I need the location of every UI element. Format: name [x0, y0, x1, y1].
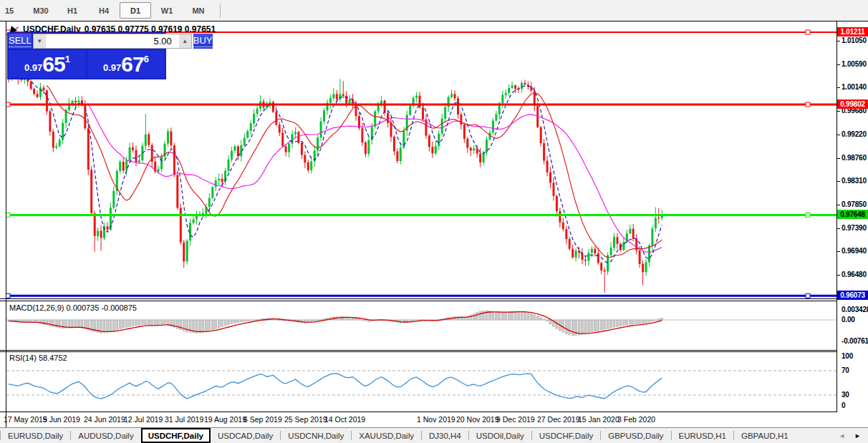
tab-dj30-h4[interactable]: DJ30,H4 — [422, 428, 468, 443]
tab-scroll-left-icon[interactable]: ◄ — [839, 432, 845, 439]
tab-usdcad-daily[interactable]: USDCAD,Daily — [211, 428, 280, 443]
date-tick-label: 3 Feb 2020 — [617, 415, 655, 424]
volume-increase-button[interactable]: ▲ — [179, 34, 191, 48]
axis-tick-mark — [837, 205, 840, 205]
axis-tick-mark — [837, 275, 840, 276]
tab-audusd-daily[interactable]: AUDUSD,Daily — [71, 428, 140, 443]
rsi-tick-label: 0 — [842, 401, 845, 409]
macd-tick-label: 0.003428 — [842, 306, 868, 313]
tab-eurusd-daily[interactable]: EURUSD,Daily — [1, 428, 70, 443]
macd-indicator-label: MACD(12,26,9) 0.000735 -0.000875 — [9, 303, 137, 312]
timeframe-button-w1[interactable]: W1 — [151, 2, 183, 19]
price-level-badge: 0.99802 — [837, 99, 868, 109]
timeframe-toolbar: 15M30H1H4D1W1MN — [0, 0, 868, 21]
price-tick-label: 0.97850 — [842, 200, 867, 208]
one-click-trading-panel: SELL ▼ ▲ BUY 0.97 65 1 0.97 — [7, 32, 166, 79]
date-tick-label: 5 Jun 2019 — [43, 415, 80, 424]
price-level-badge: 1.01211 — [837, 27, 868, 36]
date-tick-label: 17 May 2019 — [4, 415, 47, 424]
price-tick-label: 1.00590 — [842, 60, 867, 68]
tab-scroll-right-icon[interactable]: ► — [854, 432, 861, 439]
tab-usdcnh-daily[interactable]: USDCNH,Daily — [281, 428, 351, 443]
timeframe-button-d1[interactable]: D1 — [120, 2, 151, 19]
timeframe-button-h1[interactable]: H1 — [57, 2, 88, 19]
tab-gbpaud-h1[interactable]: GBPAUD,H1 — [734, 428, 796, 443]
sell-price-prefix: 0.97 — [24, 62, 42, 73]
timeframe-button-mn[interactable]: MN — [183, 2, 214, 19]
price-tick-label: 0.98760 — [842, 154, 867, 162]
date-tick-label: 9 Dec 2019 — [496, 415, 535, 424]
date-tick-label: 24 Jun 2019 — [84, 415, 125, 424]
sell-price-box[interactable]: 0.97 65 1 — [9, 50, 86, 78]
tab-gbpusd-daily[interactable]: GBPUSD,Daily — [601, 428, 670, 443]
price-tick-label: 0.96480 — [842, 271, 867, 278]
rsi-tick-label: 30 — [842, 391, 849, 399]
price-level-badge: 0.97648 — [837, 210, 868, 219]
price-axis[interactable]: 1.010501.005901.001400.996800.992200.987… — [837, 21, 868, 428]
sell-button[interactable]: SELL — [9, 34, 32, 49]
sell-price-big: 65 — [42, 54, 64, 75]
date-tick-label: 27 Dec 2019 — [537, 415, 580, 424]
tab-usdoil-daily[interactable]: USDOil,Daily — [469, 428, 531, 443]
price-tick-label: 1.00140 — [842, 83, 867, 91]
volume-stepper: ▼ ▲ — [33, 34, 192, 49]
rsi-pane[interactable] — [6, 352, 836, 412]
tab-eurusd-h1[interactable]: EURUSD,H1 — [672, 428, 733, 443]
buy-price-big: 67 — [121, 54, 143, 75]
axis-tick-mark — [837, 87, 840, 88]
axis-tick-mark — [837, 181, 840, 182]
tab-usdchf-daily[interactable]: USDCHF,Daily — [141, 428, 211, 443]
chart-tabbar: EURUSD,DailyAUDUSD,DailyUSDCHF,DailyUSDC… — [0, 427, 868, 443]
toolbar-separator — [220, 4, 221, 18]
date-axis[interactable]: 17 May 20195 Jun 201924 Jun 201912 Jul 2… — [0, 412, 837, 428]
date-tick-label: 15 Jan 2020 — [578, 415, 619, 424]
price-tick-label: 0.96940 — [842, 247, 867, 255]
chart-window: USDCHF,Daily 0.97635 0.97775 0.97619 0.9… — [0, 21, 868, 427]
buy-button[interactable]: BUY — [193, 34, 213, 49]
axis-tick-mark — [837, 135, 840, 135]
buy-button-label: BUY — [193, 35, 213, 47]
tab-xauusd-daily[interactable]: XAUUSD,Daily — [352, 428, 421, 443]
sell-button-label: SELL — [9, 35, 32, 47]
axis-border — [836, 21, 837, 412]
sell-price-pip: 1 — [65, 54, 70, 64]
date-tick-label: 31 Jul 2019 — [165, 415, 203, 424]
date-tick-label: 1 Nov 2019 — [417, 415, 455, 424]
buy-price-pip: 6 — [144, 54, 149, 64]
timeframe-button-h4[interactable]: H4 — [88, 2, 120, 19]
axis-tick-mark — [837, 251, 840, 252]
volume-input[interactable] — [46, 34, 179, 48]
timeframe-button-m30[interactable]: M30 — [25, 2, 57, 19]
axis-tick-mark — [837, 158, 840, 159]
date-tick-label: 6 Sep 2019 — [243, 415, 282, 424]
axis-tick-mark — [837, 228, 840, 229]
price-tick-label: 0.97390 — [842, 224, 867, 232]
rsi-tick-label: 100 — [842, 352, 853, 360]
timeframe-button-15[interactable]: 15 — [0, 2, 25, 19]
rsi-tick-label: 70 — [842, 366, 849, 374]
price-tick-label: 1.01050 — [842, 36, 867, 44]
tab-usdchf-daily[interactable]: USDCHF,Daily — [532, 428, 600, 443]
date-tick-label: 14 Oct 2019 — [324, 415, 365, 424]
macd-tick-label: 0.00 — [842, 316, 855, 323]
axis-tick-mark — [837, 64, 840, 65]
date-tick-label: 12 Jul 2019 — [124, 415, 163, 424]
volume-decrease-button[interactable]: ▼ — [34, 34, 46, 48]
price-level-badge: 0.96073 — [837, 291, 868, 300]
axis-tick-mark — [837, 41, 840, 42]
axis-tick-mark — [837, 111, 840, 112]
buy-price-box[interactable]: 0.97 67 6 — [87, 50, 165, 78]
macd-tick-label: -0.007615 — [842, 337, 868, 345]
tab-scroll-nav: ◄ ► — [833, 428, 868, 443]
mt4-terminal: 15M30H1H4D1W1MN USDCHF,Daily 0.97635 0.9… — [0, 0, 868, 443]
price-tick-label: 0.98310 — [842, 177, 867, 185]
buy-price-prefix: 0.97 — [103, 62, 121, 73]
date-tick-label: 25 Sep 2019 — [284, 415, 327, 424]
window-border — [6, 21, 6, 427]
date-tick-label: 19 Aug 2019 — [204, 415, 246, 424]
rsi-indicator-label: RSI(14) 58.4752 — [9, 354, 67, 362]
price-tick-label: 0.99220 — [842, 130, 867, 138]
date-tick-label: 20 Nov 2019 — [456, 415, 499, 424]
